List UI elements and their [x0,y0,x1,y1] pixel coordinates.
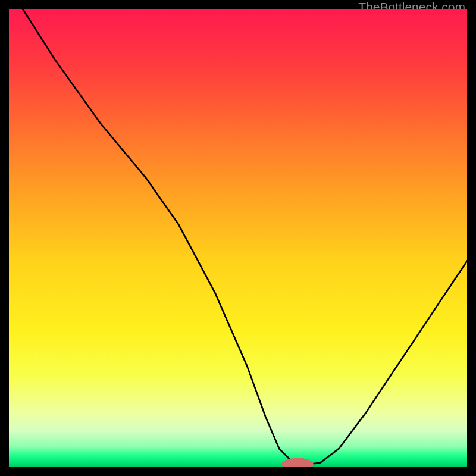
chart-container: TheBottleneck.com [0,0,476,476]
bottleneck-chart [9,9,467,467]
gradient-background [9,9,467,467]
